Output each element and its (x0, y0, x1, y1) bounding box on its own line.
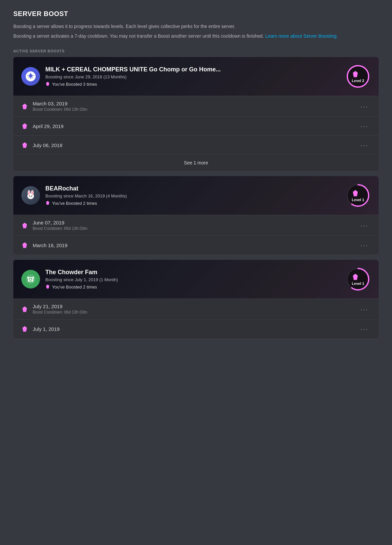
boost-count-badge-bearochat: You've Boosted 2 times (45, 200, 345, 206)
level-gem-icon-chowder-fam (354, 273, 362, 281)
description-2: Boosting a server activates a 7-day cool… (13, 33, 379, 40)
boost-entry-info: July 06, 2018 (33, 142, 358, 148)
boost-entry-date: April 29, 2019 (33, 123, 358, 129)
level-gem-icon-bearochat (354, 189, 362, 197)
boost-entries-chowder-fam: July 21, 2019 Boost Cooldown: 06d 13h 03… (13, 299, 379, 338)
boost-entry-date: July 1, 2019 (33, 326, 358, 332)
svg-marker-16 (22, 124, 27, 129)
more-options-button[interactable]: ··· (358, 102, 371, 111)
svg-marker-63 (353, 275, 358, 280)
more-options-button[interactable]: ··· (358, 324, 371, 334)
server-boosting-since-milk-cereal: Boosting since June 29, 2018 (13 Months) (45, 74, 345, 79)
svg-marker-42 (22, 224, 27, 228)
boost-entry-info: March 16, 2019 (33, 242, 358, 248)
server-name-bearochat: BEARochat (45, 185, 345, 192)
svg-point-29 (30, 197, 31, 197)
svg-point-25 (28, 191, 30, 195)
server-name-chowder-fam: The Chowder Fam (45, 269, 345, 276)
boost-gem-badge-icon-milk-cereal (45, 81, 50, 87)
svg-rect-54 (33, 277, 34, 279)
svg-marker-71 (22, 327, 27, 332)
boost-entry: July 1, 2019 ··· (13, 319, 379, 338)
server-card-bearochat: BEARochatBoosting since March 16, 2019 (… (13, 176, 379, 254)
boost-entry-gem-icon (21, 242, 28, 248)
server-avatar-chowder-fam (21, 270, 40, 289)
server-name-milk-cereal: MILK + CEREAL CHOMPERS UNITE Go Chomp or… (45, 66, 345, 73)
more-options-button[interactable]: ··· (358, 240, 371, 250)
boost-count-badge-chowder-fam: You've Boosted 2 times (45, 284, 345, 290)
more-options-button[interactable]: ··· (358, 221, 371, 230)
boost-entry: June 07, 2019 Boost Cooldown: 06d 13h 03… (13, 215, 379, 235)
svg-rect-52 (29, 281, 32, 281)
boost-entry-gem-icon (21, 222, 28, 229)
svg-rect-51 (31, 278, 32, 280)
server-card-chowder-fam: The Chowder FamBoosting since July 1, 20… (13, 260, 379, 338)
boost-entry-date: July 06, 2018 (33, 142, 358, 148)
boost-entry-date: July 21, 2019 (33, 304, 358, 309)
boost-entry: March 03, 2019 Boost Cooldown: 06d 13h 0… (13, 96, 379, 116)
boost-entry-date: June 07, 2019 (33, 220, 358, 225)
boost-entry: July 21, 2019 Boost Cooldown: 06d 13h 03… (13, 299, 379, 319)
boost-entries-bearochat: June 07, 2019 Boost Cooldown: 06d 13h 03… (13, 215, 379, 254)
boost-entry-gem-icon (21, 123, 28, 129)
more-options-button[interactable]: ··· (358, 140, 371, 150)
server-header-chowder-fam: The Chowder FamBoosting since July 1, 20… (13, 260, 379, 299)
boost-count-badge-milk-cereal: You've Boosted 3 times (45, 81, 345, 87)
description-1: Boosting a server allows it to progress … (13, 23, 379, 30)
boost-entry: July 06, 2018 ··· (13, 135, 379, 154)
boost-entry-info: March 03, 2019 Boost Cooldown: 06d 13h 0… (33, 101, 358, 112)
server-avatar-bearochat (21, 186, 40, 205)
boost-entry-info: July 1, 2019 (33, 326, 358, 332)
svg-marker-46 (22, 243, 27, 248)
boost-entry-gem-icon (21, 306, 28, 313)
svg-marker-2 (46, 82, 49, 85)
server-card-milk-cereal: MILK + CEREAL CHOMPERS UNITE Go Chomp or… (13, 57, 379, 171)
level-badge-container-milk-cereal: Level 2 (345, 64, 371, 89)
section-title: ACTIVE SERVER BOOSTS (13, 49, 379, 53)
more-options-button[interactable]: ··· (358, 305, 371, 314)
boost-count-text-chowder-fam: You've Boosted 2 times (52, 285, 97, 290)
boost-entry-cooldown: Boost Cooldown: 06d 13h 03m (33, 226, 358, 231)
boost-entry-info: July 21, 2019 Boost Cooldown: 06d 13h 03… (33, 304, 358, 315)
level-gem-icon-milk-cereal (354, 70, 362, 78)
boost-entries-milk-cereal: March 03, 2019 Boost Cooldown: 06d 13h 0… (13, 96, 379, 154)
level-text-bearochat: Level 1 (352, 198, 364, 202)
svg-marker-8 (353, 72, 358, 77)
boost-entry-info: April 29, 2019 (33, 123, 358, 129)
boost-entry: March 16, 2019 ··· (13, 235, 379, 254)
boost-entry-cooldown: Boost Cooldown: 06d 13h 03m (33, 107, 358, 112)
server-boosting-since-chowder-fam: Boosting since July 1, 2019 (1 Month) (45, 277, 345, 282)
boost-entry-gem-icon (21, 326, 28, 332)
see-more-button[interactable]: See 1 more (13, 154, 379, 171)
level-text-milk-cereal: Level 2 (352, 79, 364, 83)
svg-marker-32 (46, 201, 49, 204)
boost-entry: April 29, 2019 ··· (13, 116, 379, 135)
boost-entry-gem-icon (21, 142, 28, 148)
learn-more-link[interactable]: Learn more about Server Boosting. (265, 33, 338, 39)
boost-gem-badge-icon-chowder-fam (45, 284, 50, 290)
level-text-chowder-fam: Level 1 (352, 282, 364, 286)
svg-point-27 (29, 196, 30, 197)
svg-point-28 (31, 196, 32, 197)
boost-entry-gem-icon (21, 103, 28, 110)
svg-rect-50 (29, 278, 30, 280)
level-badge-container-bearochat: Level 1 (345, 183, 371, 208)
boost-entry-date: March 03, 2019 (33, 101, 358, 106)
boost-count-text-milk-cereal: You've Boosted 3 times (52, 82, 97, 87)
boost-entry-cooldown: Boost Cooldown: 06d 13h 03m (33, 310, 358, 315)
svg-marker-67 (22, 308, 27, 312)
server-boosting-since-bearochat: Boosting since March 16, 2019 (4 Months) (45, 193, 345, 198)
boost-entry-info: June 07, 2019 Boost Cooldown: 06d 13h 03… (33, 220, 358, 231)
more-options-button[interactable]: ··· (358, 121, 371, 131)
boost-entry-date: March 16, 2019 (33, 242, 358, 248)
svg-marker-38 (353, 191, 358, 196)
svg-rect-53 (27, 277, 29, 279)
server-avatar-milk-cereal (21, 67, 40, 86)
server-header-milk-cereal: MILK + CEREAL CHOMPERS UNITE Go Chomp or… (13, 57, 379, 96)
level-badge-container-chowder-fam: Level 1 (345, 266, 371, 292)
page-title: SERVER BOOST (13, 10, 379, 18)
svg-marker-20 (22, 143, 27, 148)
boost-gem-badge-icon-bearochat (45, 200, 50, 206)
boost-count-text-bearochat: You've Boosted 2 times (52, 201, 97, 206)
svg-marker-57 (46, 285, 49, 288)
